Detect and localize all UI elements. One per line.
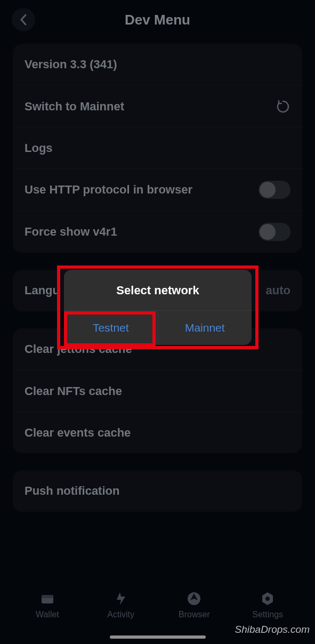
clear-events-label: Clear events cache <box>25 426 131 440</box>
clear-nfts-row[interactable]: Clear NFTs cache <box>13 370 302 412</box>
http-row[interactable]: Use HTTP protocol in browser <box>13 168 302 211</box>
force-v4r1-toggle[interactable] <box>259 223 290 241</box>
settings-card-4: Push notification <box>13 470 302 512</box>
language-label: Langu <box>25 284 60 297</box>
activity-icon <box>113 591 129 607</box>
page-title: Dev Menu <box>125 12 190 28</box>
tab-settings[interactable]: Settings <box>231 591 304 644</box>
wallet-icon <box>39 591 55 607</box>
modal-title: Select network <box>64 270 252 311</box>
http-label: Use HTTP protocol in browser <box>25 183 192 197</box>
tab-wallet-label: Wallet <box>36 610 59 619</box>
http-toggle[interactable] <box>259 181 290 199</box>
logs-label: Logs <box>25 141 53 155</box>
clear-events-row[interactable]: Clear events cache <box>13 412 302 453</box>
switch-mainnet-row[interactable]: Switch to Mainnet <box>13 85 302 127</box>
select-network-modal: Select network Testnet Mainnet <box>64 270 252 345</box>
settings-card-3: Clear jettons cache Clear NFTs cache Cle… <box>13 328 302 453</box>
force-v4r1-row[interactable]: Force show v4r1 <box>13 211 302 253</box>
force-v4r1-label: Force show v4r1 <box>25 225 117 239</box>
switch-mainnet-label: Switch to Mainnet <box>25 100 124 114</box>
clear-nfts-label: Clear NFTs cache <box>25 384 122 398</box>
version-row: Version 3.3 (341) <box>13 44 302 85</box>
settings-icon <box>260 591 276 607</box>
header: Dev Menu <box>0 0 315 39</box>
refresh-icon <box>276 99 290 114</box>
tab-browser-label: Browser <box>179 610 210 619</box>
svg-point-4 <box>265 597 270 601</box>
push-label: Push notification <box>25 484 119 498</box>
svg-rect-1 <box>42 595 53 598</box>
tab-wallet[interactable]: Wallet <box>11 591 84 644</box>
testnet-button[interactable]: Testnet <box>64 311 158 345</box>
logs-row[interactable]: Logs <box>13 127 302 168</box>
push-row[interactable]: Push notification <box>13 470 302 512</box>
browser-icon <box>186 591 202 607</box>
version-label: Version 3.3 (341) <box>25 58 117 71</box>
toggle-knob <box>260 182 276 198</box>
chevron-left-icon <box>20 14 27 26</box>
tab-activity-label: Activity <box>107 610 134 619</box>
language-value: auto <box>266 284 290 297</box>
back-button[interactable] <box>12 8 35 31</box>
modal-buttons: Testnet Mainnet <box>64 311 252 345</box>
mainnet-button[interactable]: Mainnet <box>158 311 252 345</box>
tab-settings-label: Settings <box>252 610 283 619</box>
settings-card-1: Version 3.3 (341) Switch to Mainnet Logs… <box>13 44 302 253</box>
toggle-knob <box>260 224 276 240</box>
watermark: ShibaDrops.com <box>235 624 310 635</box>
home-indicator <box>110 635 206 639</box>
